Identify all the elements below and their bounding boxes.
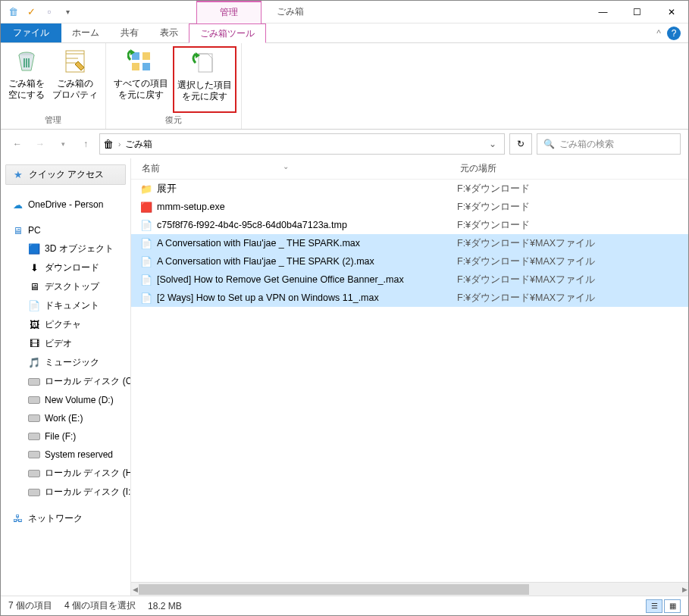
cloud-icon: ☁ — [11, 199, 23, 211]
forward-button[interactable]: → — [31, 135, 49, 153]
recent-locations-icon[interactable]: ▾ — [54, 135, 72, 153]
help-icon[interactable]: ? — [667, 27, 681, 40]
sidebar-item-quick-access[interactable]: ★ クイック アクセス — [5, 164, 126, 185]
horizontal-scrollbar[interactable]: ◀ ▶ — [131, 582, 688, 596]
tab-share[interactable]: 共有 — [110, 23, 149, 42]
sidebar-item[interactable]: ローカル ディスク (I:) — [1, 483, 130, 502]
recycle-bin-icon[interactable]: 🗑 — [5, 5, 20, 20]
ribbon-group-manage: ごみ箱を 空にする ごみ箱の プロパティ 管理 — [1, 43, 106, 129]
sidebar-item[interactable]: 🎵ミュージック — [1, 353, 130, 372]
tab-recycle-bin-tools[interactable]: ごみ箱ツール — [189, 23, 266, 43]
search-placeholder: ごみ箱の検索 — [559, 138, 614, 151]
drive-icon — [28, 449, 40, 461]
restore-selected-items-label: 選択した項目 を元に戻す — [177, 80, 232, 102]
sidebar-item-label: デスクトップ — [45, 280, 99, 293]
ribbon-group-restore: すべての項目 を元に戻す 選択した項目 を元に戻す 復元 — [106, 43, 242, 129]
empty-recycle-bin-button[interactable]: ごみ箱を 空にする — [5, 46, 48, 113]
sidebar-item[interactable]: Work (E:) — [1, 409, 130, 427]
up-button[interactable]: ↑ — [77, 135, 95, 153]
scroll-left-icon[interactable]: ◀ — [131, 586, 139, 593]
maximize-button[interactable]: ☐ — [620, 1, 654, 23]
sidebar-item-label: ミュージック — [45, 356, 99, 369]
sidebar-item[interactable]: 🟦3D オブジェクト — [1, 239, 130, 258]
address-bar: ← → ▾ ↑ 🗑 › ごみ箱 ⌄ ↻ 🔍 ごみ箱の検索 — [1, 130, 688, 158]
scrollbar-thumb[interactable] — [139, 584, 529, 595]
sidebar-item[interactable]: ローカル ディスク (H — [1, 464, 130, 483]
scroll-right-icon[interactable]: ▶ — [681, 586, 688, 593]
quick-access-toolbar: 🗑 ✓ ▫ ▾ — [1, 5, 75, 20]
file-row[interactable]: 📄A Conversation with Flau'jae _ THE SPAR… — [131, 234, 688, 252]
svg-rect-7 — [132, 63, 139, 70]
sidebar-item-label: ピクチャ — [45, 318, 81, 331]
column-header-name[interactable]: 名前⌄ — [131, 162, 457, 175]
file-row[interactable]: 📄[2 Ways] How to Set up a VPN on Windows… — [131, 289, 688, 307]
network-icon: 🖧 — [11, 513, 23, 525]
file-list[interactable]: 📁展开F:¥ダウンロード🟥mmm-setup.exeF:¥ダウンロード📄c75f… — [131, 180, 688, 582]
sidebar-item[interactable]: ローカル ディスク (C — [1, 372, 130, 391]
sidebar-item[interactable]: 🎞ビデオ — [1, 334, 130, 353]
sidebar-item-label: System reserved — [45, 449, 113, 460]
title-bar: 🗑 ✓ ▫ ▾ 管理 ごみ箱 — ☐ ✕ — [1, 1, 688, 23]
minimize-button[interactable]: — — [586, 1, 620, 23]
file-name: c75f8f76-f992-4b4c-95c8-64d0b4a7123a.tmp — [157, 220, 347, 230]
sidebar-item-network[interactable]: 🖧 ネットワーク — [1, 509, 130, 528]
restore-all-items-button[interactable]: すべての項目 を元に戻す — [111, 46, 171, 113]
sidebar-item-pc[interactable]: 🖥 PC — [1, 221, 130, 239]
tab-home[interactable]: ホーム — [61, 23, 110, 42]
recycle-bin-properties-button[interactable]: ごみ箱の プロパティ — [49, 46, 101, 113]
sidebar-item[interactable]: 🖥デスクトップ — [1, 277, 130, 296]
breadcrumb-item[interactable]: ごみ箱 — [125, 138, 152, 151]
file-row[interactable]: 📁展开F:¥ダウンロード — [131, 180, 688, 198]
qat-dropdown-icon[interactable]: ▾ — [60, 5, 75, 20]
sidebar-item-label: File (F:) — [45, 431, 76, 442]
sidebar-item[interactable]: File (F:) — [1, 427, 130, 446]
sidebar-item[interactable]: System reserved — [1, 446, 130, 464]
breadcrumb-separator-icon[interactable]: › — [118, 140, 121, 149]
refresh-button[interactable]: ↻ — [509, 133, 532, 155]
sidebar-item-label: OneDrive - Person — [28, 199, 103, 210]
checkbox-icon[interactable]: ✓ — [23, 5, 39, 20]
address-box[interactable]: 🗑 › ごみ箱 ⌄ — [99, 133, 505, 155]
sidebar-item[interactable]: 🖼ピクチャ — [1, 315, 130, 334]
svg-rect-6 — [142, 52, 150, 60]
file-row[interactable]: 📄[Solved] How to Remove Get Genuine Offi… — [131, 270, 688, 289]
sidebar-item-label: ビデオ — [45, 337, 72, 350]
file-name: 展开 — [157, 183, 177, 195]
column-header-location[interactable]: 元の場所 — [457, 162, 688, 175]
sidebar-item[interactable]: New Volume (D:) — [1, 391, 130, 409]
sort-indicator-icon: ⌄ — [283, 162, 289, 170]
file-location: F:¥ダウンロード — [457, 201, 688, 214]
close-button[interactable]: ✕ — [654, 1, 688, 23]
file-row[interactable]: 📄A Conversation with Flau'jae _ THE SPAR… — [131, 252, 688, 270]
sidebar-item-label: ローカル ディスク (H — [45, 467, 131, 480]
sidebar-item-onedrive[interactable]: ☁ OneDrive - Person — [1, 195, 130, 214]
sidebar-item[interactable]: ⬇ダウンロード — [1, 258, 130, 277]
file-name: A Conversation with Flau'jae _ THE SPARK… — [157, 238, 360, 249]
sidebar-item[interactable]: 📄ドキュメント — [1, 296, 130, 315]
file-row[interactable]: 📄c75f8f76-f992-4b4c-95c8-64d0b4a7123a.tm… — [131, 216, 688, 234]
file-name: [2 Ways] How to Set up a VPN on Windows … — [157, 292, 379, 303]
svg-rect-8 — [142, 63, 150, 70]
view-thumbnails-button[interactable]: ▦ — [664, 599, 681, 613]
sidebar-item-label: ローカル ディスク (I:) — [45, 486, 131, 499]
drive-icon — [28, 467, 40, 480]
collapse-ribbon-icon[interactable]: ^ — [656, 28, 661, 39]
ribbon: ごみ箱を 空にする ごみ箱の プロパティ 管理 すべての項目 を元に戻す — [1, 43, 688, 130]
file-row[interactable]: 🟥mmm-setup.exeF:¥ダウンロード — [131, 198, 688, 216]
tab-file[interactable]: ファイル — [1, 23, 61, 42]
drive-icon — [28, 430, 40, 442]
view-details-button[interactable]: ☰ — [646, 599, 662, 613]
sidebar-item-label: 3D オブジェクト — [45, 242, 114, 255]
pc-icon: 🖥 — [11, 224, 23, 236]
restore-selected-items-button[interactable]: 選択した項目 を元に戻す — [173, 46, 236, 113]
empty-recycle-bin-label: ごみ箱を 空にする — [8, 78, 45, 101]
address-dropdown-icon[interactable]: ⌄ — [484, 139, 501, 149]
back-button[interactable]: ← — [8, 135, 27, 153]
file-location: F:¥ダウンロード¥MAXファイル — [457, 237, 688, 250]
tab-view[interactable]: 表示 — [149, 23, 189, 42]
new-folder-icon[interactable]: ▫ — [42, 5, 57, 20]
drive-icon — [28, 486, 40, 499]
restore-all-icon — [127, 48, 155, 75]
search-box[interactable]: 🔍 ごみ箱の検索 — [537, 133, 681, 155]
recycle-bin-icon: 🗑 — [103, 138, 114, 150]
